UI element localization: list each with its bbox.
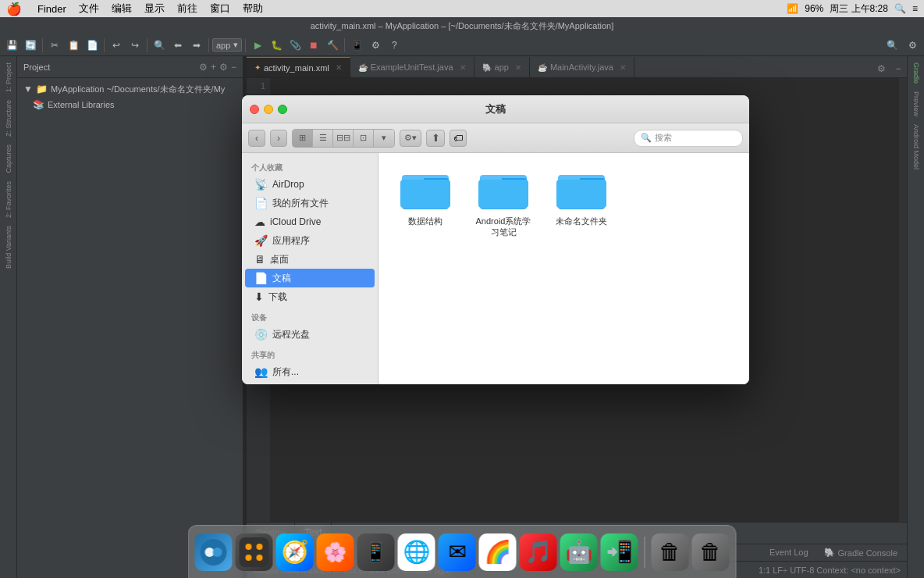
right-panel-android-model[interactable]: Android Model <box>911 121 922 173</box>
finder-action-button[interactable]: ⚙▾ <box>400 130 421 147</box>
event-log-tab[interactable]: Event Log <box>766 548 812 557</box>
left-panel-favorites[interactable]: 2: Favorites <box>3 178 14 221</box>
sidebar-item-documents[interactable]: 📄 文稿 <box>245 269 375 287</box>
tree-item-myapp[interactable]: ▼ 📁 MyApplication ~/Documents/未命名文件夹/My <box>17 81 243 97</box>
toolbar-forward[interactable]: ➡ <box>188 37 205 54</box>
tree-item-ext-libs[interactable]: 📚 External Libraries <box>17 97 243 112</box>
tab-close-activity-main[interactable]: ✕ <box>336 63 342 72</box>
toolbar-paste[interactable]: 📄 <box>84 37 101 54</box>
finder-tag-button[interactable]: 🏷 <box>450 130 467 147</box>
toolbar-undo[interactable]: ↩ <box>108 37 125 54</box>
menubar-edit[interactable]: 编辑 <box>112 2 132 16</box>
menubar-go[interactable]: 前往 <box>177 2 197 16</box>
sidebar-item-all[interactable]: 👥 所有... <box>245 362 375 381</box>
toolbar-stop[interactable]: ⏹ <box>305 37 322 54</box>
editor-collapse-icon[interactable]: − <box>890 60 907 77</box>
dock-app4[interactable]: 🌸 <box>317 533 354 571</box>
toolbar-help2[interactable]: ? <box>386 37 403 54</box>
left-panel-buildvariants[interactable]: Build Variants <box>3 223 14 272</box>
zoom-button[interactable] <box>278 105 287 114</box>
toolbar-find[interactable]: 🔍 <box>151 37 168 54</box>
search-icon[interactable]: 🔍 <box>894 3 906 14</box>
tab-close-main-activity[interactable]: ✕ <box>620 63 626 72</box>
toolbar-back[interactable]: ⬅ <box>169 37 187 54</box>
tab-main-activity[interactable]: ☕ MainActivity.java ✕ <box>530 57 634 77</box>
dock-music[interactable]: 🎵 <box>520 533 557 571</box>
dock-chrome[interactable]: 🌐 <box>398 533 435 571</box>
sidebar-item-myfiles[interactable]: 📄 我的所有文件 <box>245 194 375 212</box>
app-selector[interactable]: app ▾ <box>212 38 242 52</box>
project-add-icon[interactable]: + <box>211 62 216 73</box>
finder-column-view[interactable]: ⊟⊟ <box>333 130 354 147</box>
menubar-finder[interactable]: Finder <box>37 3 66 15</box>
close-button[interactable] <box>250 105 259 114</box>
menubar-file[interactable]: 文件 <box>79 2 99 16</box>
toolbar-avd[interactable]: 📱 <box>348 37 365 54</box>
finder-icon-view[interactable]: ⊞ <box>293 130 313 147</box>
project-sync-icon[interactable]: ⚙ <box>199 62 208 73</box>
project-collapse-icon[interactable]: − <box>231 62 236 73</box>
dock-safari[interactable]: 🧭 <box>276 533 314 571</box>
toolbar-redo[interactable]: ↪ <box>126 37 144 54</box>
menubar-help[interactable]: 帮助 <box>243 2 263 16</box>
folder-data-structure[interactable]: 数据结构 <box>394 169 457 227</box>
right-panel-gradle[interactable]: Gradle <box>911 59 922 87</box>
folder-android-notes[interactable]: Android系统学习笔记 <box>472 169 535 238</box>
dock-photos[interactable]: 🌈 <box>479 533 517 571</box>
sidebar-item-desktop[interactable]: 🖥 桌面 <box>245 250 375 269</box>
dock-launchpad[interactable] <box>236 533 273 571</box>
toolbar-search-btn[interactable]: 🔍 <box>883 37 901 54</box>
toolbar-settings-btn[interactable]: ⚙ <box>904 37 921 54</box>
finder-coverflow-view[interactable]: ⊡ <box>354 130 374 147</box>
tab-app[interactable]: 🐘 app ✕ <box>474 57 530 77</box>
dock-android1[interactable]: 🤖 <box>560 533 598 571</box>
sidebar-item-icloud[interactable]: ☁ iCloud Drive <box>245 212 375 231</box>
gradle-console-tab[interactable]: 🐘 Gradle Console <box>821 548 901 558</box>
dock-android2[interactable]: 📲 <box>601 533 638 571</box>
folder-unnamed[interactable]: 未命名文件夹 <box>550 169 613 227</box>
apple-menu[interactable]: 🍎 <box>6 2 22 16</box>
sidebar-item-remotedisk[interactable]: 💿 远程光盘 <box>245 325 375 344</box>
toolbar-attach[interactable]: 📎 <box>286 37 304 54</box>
toolbar-sync[interactable]: 🔄 <box>22 37 39 54</box>
right-panel-preview[interactable]: Preview <box>911 88 922 120</box>
toolbar-copy[interactable]: 📋 <box>65 37 82 54</box>
all-icon: 👥 <box>254 366 268 378</box>
menubar-window[interactable]: 窗口 <box>210 2 230 16</box>
menubar-view[interactable]: 显示 <box>144 2 165 16</box>
dock-app5[interactable]: 📱 <box>357 533 395 571</box>
toolbar-debug[interactable]: 🐛 <box>268 37 285 54</box>
project-settings-icon[interactable]: ⚙ <box>219 62 228 73</box>
finder-share-button[interactable]: ⬆ <box>426 130 445 147</box>
finder-more-view[interactable]: ▾ <box>374 130 394 147</box>
tree-ext-icon: 📚 <box>33 99 44 110</box>
left-panel-project[interactable]: 1: Project <box>3 59 14 95</box>
toolbar-save[interactable]: 💾 <box>3 37 20 54</box>
left-panel-captures[interactable]: Captures <box>3 141 14 177</box>
finder-search-box[interactable]: 🔍 搜索 <box>634 130 743 147</box>
toolbar-cut[interactable]: ✂ <box>46 37 63 54</box>
tab-close-example-unit[interactable]: ✕ <box>460 63 466 72</box>
dock-trash2[interactable]: 🗑 <box>692 533 730 571</box>
tab-activity-main[interactable]: ✦ activity_main.xml ✕ <box>247 57 350 77</box>
dock-mail[interactable]: ✉ <box>439 533 476 571</box>
toolbar-build[interactable]: 🔨 <box>324 37 341 54</box>
sidebar-item-airdrop[interactable]: 📡 AirDrop <box>245 175 375 194</box>
control-strip-icon[interactable]: ≡ <box>912 3 918 14</box>
finder-list-view[interactable]: ☰ <box>313 130 333 147</box>
dock-trash[interactable]: 🗑 <box>652 533 689 571</box>
toolbar-sdk[interactable]: ⚙ <box>367 37 384 54</box>
dock-finder[interactable] <box>195 533 233 571</box>
left-panel-structure[interactable]: Z: Structure <box>3 97 14 140</box>
editor-scrollbar[interactable] <box>899 78 907 522</box>
tab-close-app[interactable]: ✕ <box>515 63 521 72</box>
tab-example-unit[interactable]: ☕ ExampleUnitTest.java ✕ <box>350 57 474 77</box>
minimize-button[interactable] <box>264 105 273 114</box>
finder-back-button[interactable]: ‹ <box>248 130 265 147</box>
editor-settings-icon[interactable]: ⚙ <box>872 60 890 77</box>
sidebar-item-downloads[interactable]: ⬇ 下载 <box>245 287 375 306</box>
sidebar-item-apps[interactable]: 🚀 应用程序 <box>245 231 375 250</box>
finder-forward-button[interactable]: › <box>270 130 287 147</box>
finder-body: 个人收藏 📡 AirDrop 📄 我的所有文件 ☁ iCloud Drive <box>242 153 749 384</box>
toolbar-run[interactable]: ▶ <box>249 37 266 54</box>
